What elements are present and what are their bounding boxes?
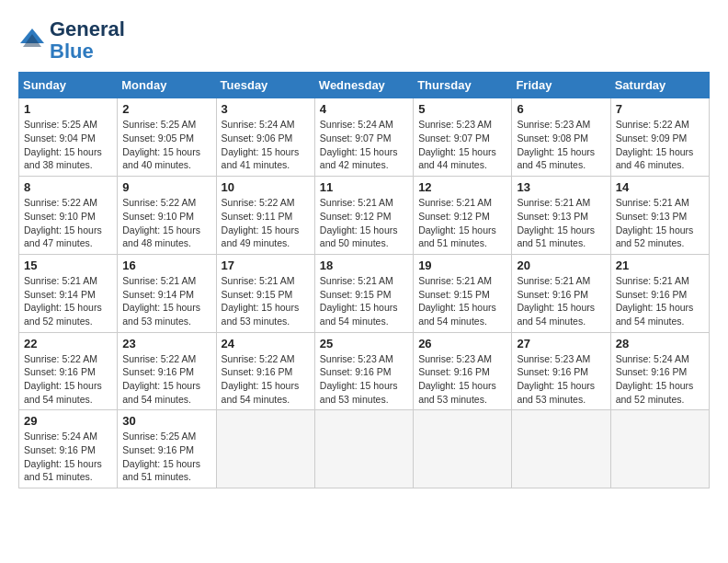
day-info: Sunrise: 5:24 AM Sunset: 9:16 PM Dayligh…: [24, 430, 112, 484]
day-number: 21: [616, 259, 704, 272]
calendar-day-cell: 29 Sunrise: 5:24 AM Sunset: 9:16 PM Dayl…: [19, 410, 118, 488]
day-info: Sunrise: 5:25 AM Sunset: 9:04 PM Dayligh…: [24, 118, 112, 172]
day-info: Sunrise: 5:23 AM Sunset: 9:16 PM Dayligh…: [418, 352, 506, 407]
day-number: 29: [24, 414, 112, 428]
day-info: Sunrise: 5:23 AM Sunset: 9:16 PM Dayligh…: [320, 352, 408, 407]
day-info: Sunrise: 5:21 AM Sunset: 9:15 PM Dayligh…: [222, 274, 310, 328]
day-number: 24: [222, 337, 310, 350]
calendar-day-cell: 14 Sunrise: 5:21 AM Sunset: 9:13 PM Dayl…: [610, 177, 709, 255]
day-number: 16: [122, 259, 210, 272]
day-info: Sunrise: 5:22 AM Sunset: 9:16 PM Dayligh…: [222, 352, 310, 407]
calendar-day-cell: 10 Sunrise: 5:22 AM Sunset: 9:11 PM Dayl…: [216, 177, 314, 255]
day-number: 6: [517, 102, 605, 116]
weekday-header-thursday: Thursday: [414, 73, 512, 98]
calendar-empty-cell: [216, 410, 314, 488]
day-info: Sunrise: 5:22 AM Sunset: 9:11 PM Dayligh…: [222, 196, 310, 250]
calendar-day-cell: 15 Sunrise: 5:21 AM Sunset: 9:14 PM Dayl…: [19, 254, 118, 332]
day-number: 25: [320, 337, 408, 350]
day-number: 26: [418, 337, 506, 350]
weekday-header-wednesday: Wednesday: [314, 73, 413, 98]
day-number: 3: [222, 102, 310, 116]
calendar-table: SundayMondayTuesdayWednesdayThursdayFrid…: [18, 72, 710, 488]
calendar-day-cell: 25 Sunrise: 5:23 AM Sunset: 9:16 PM Dayl…: [314, 332, 413, 410]
calendar-body: 1 Sunrise: 5:25 AM Sunset: 9:04 PM Dayli…: [19, 98, 710, 488]
logo: GeneralBlue: [18, 18, 125, 63]
calendar-day-cell: 2 Sunrise: 5:25 AM Sunset: 9:05 PM Dayli…: [118, 98, 216, 177]
day-info: Sunrise: 5:25 AM Sunset: 9:05 PM Dayligh…: [122, 118, 210, 172]
calendar-day-cell: 18 Sunrise: 5:21 AM Sunset: 9:15 PM Dayl…: [314, 254, 413, 332]
calendar-day-cell: 17 Sunrise: 5:21 AM Sunset: 9:15 PM Dayl…: [216, 254, 314, 332]
weekday-header-saturday: Saturday: [610, 73, 709, 98]
calendar-day-cell: 11 Sunrise: 5:21 AM Sunset: 9:12 PM Dayl…: [314, 177, 413, 255]
calendar-empty-cell: [314, 410, 413, 488]
day-number: 1: [24, 102, 112, 116]
day-number: 17: [222, 259, 310, 272]
calendar-week-row: 15 Sunrise: 5:21 AM Sunset: 9:14 PM Dayl…: [19, 254, 710, 332]
day-info: Sunrise: 5:21 AM Sunset: 9:12 PM Dayligh…: [418, 196, 506, 250]
weekday-header-sunday: Sunday: [19, 73, 118, 98]
day-number: 27: [517, 337, 605, 350]
day-info: Sunrise: 5:23 AM Sunset: 9:08 PM Dayligh…: [517, 118, 605, 172]
day-info: Sunrise: 5:21 AM Sunset: 9:13 PM Dayligh…: [517, 196, 605, 250]
calendar-week-row: 1 Sunrise: 5:25 AM Sunset: 9:04 PM Dayli…: [19, 98, 710, 177]
calendar-day-cell: 16 Sunrise: 5:21 AM Sunset: 9:14 PM Dayl…: [118, 254, 216, 332]
day-info: Sunrise: 5:21 AM Sunset: 9:14 PM Dayligh…: [122, 274, 210, 328]
page-header: GeneralBlue: [18, 18, 710, 63]
day-info: Sunrise: 5:21 AM Sunset: 9:12 PM Dayligh…: [320, 196, 408, 250]
calendar-day-cell: 23 Sunrise: 5:22 AM Sunset: 9:16 PM Dayl…: [118, 332, 216, 410]
calendar-day-cell: 30 Sunrise: 5:25 AM Sunset: 9:16 PM Dayl…: [118, 410, 216, 488]
calendar-day-cell: 5 Sunrise: 5:23 AM Sunset: 9:07 PM Dayli…: [414, 98, 512, 177]
calendar-day-cell: 19 Sunrise: 5:21 AM Sunset: 9:15 PM Dayl…: [414, 254, 512, 332]
day-number: 20: [517, 259, 605, 272]
calendar-day-cell: 9 Sunrise: 5:22 AM Sunset: 9:10 PM Dayli…: [118, 177, 216, 255]
day-info: Sunrise: 5:22 AM Sunset: 9:16 PM Dayligh…: [24, 352, 112, 407]
day-info: Sunrise: 5:21 AM Sunset: 9:13 PM Dayligh…: [616, 196, 704, 250]
day-number: 15: [24, 259, 112, 272]
day-info: Sunrise: 5:24 AM Sunset: 9:16 PM Dayligh…: [616, 352, 704, 407]
calendar-day-cell: 24 Sunrise: 5:22 AM Sunset: 9:16 PM Dayl…: [216, 332, 314, 410]
calendar-day-cell: 20 Sunrise: 5:21 AM Sunset: 9:16 PM Dayl…: [512, 254, 610, 332]
day-info: Sunrise: 5:22 AM Sunset: 9:10 PM Dayligh…: [24, 196, 112, 250]
day-number: 5: [418, 102, 506, 116]
day-number: 8: [24, 180, 112, 194]
day-info: Sunrise: 5:21 AM Sunset: 9:16 PM Dayligh…: [616, 274, 704, 328]
day-info: Sunrise: 5:22 AM Sunset: 9:09 PM Dayligh…: [616, 118, 704, 172]
day-info: Sunrise: 5:21 AM Sunset: 9:15 PM Dayligh…: [418, 274, 506, 328]
day-number: 13: [517, 180, 605, 194]
logo-text: GeneralBlue: [50, 18, 125, 63]
day-number: 12: [418, 180, 506, 194]
calendar-day-cell: 13 Sunrise: 5:21 AM Sunset: 9:13 PM Dayl…: [512, 177, 610, 255]
calendar-day-cell: 4 Sunrise: 5:24 AM Sunset: 9:07 PM Dayli…: [314, 98, 413, 177]
calendar-day-cell: 3 Sunrise: 5:24 AM Sunset: 9:06 PM Dayli…: [216, 98, 314, 177]
calendar-day-cell: 1 Sunrise: 5:25 AM Sunset: 9:04 PM Dayli…: [19, 98, 118, 177]
day-number: 2: [122, 102, 210, 116]
day-number: 10: [222, 180, 310, 194]
day-number: 19: [418, 259, 506, 272]
calendar-day-cell: 28 Sunrise: 5:24 AM Sunset: 9:16 PM Dayl…: [610, 332, 709, 410]
logo-icon: [18, 27, 46, 54]
day-number: 14: [616, 180, 704, 194]
calendar-day-cell: 7 Sunrise: 5:22 AM Sunset: 9:09 PM Dayli…: [610, 98, 709, 177]
day-number: 22: [24, 337, 112, 350]
day-number: 11: [320, 180, 408, 194]
calendar-day-cell: 8 Sunrise: 5:22 AM Sunset: 9:10 PM Dayli…: [19, 177, 118, 255]
weekday-header-monday: Monday: [118, 73, 216, 98]
calendar-empty-cell: [512, 410, 610, 488]
calendar-week-row: 8 Sunrise: 5:22 AM Sunset: 9:10 PM Dayli…: [19, 177, 710, 255]
calendar-day-cell: 26 Sunrise: 5:23 AM Sunset: 9:16 PM Dayl…: [414, 332, 512, 410]
weekday-header-friday: Friday: [512, 73, 610, 98]
day-info: Sunrise: 5:22 AM Sunset: 9:10 PM Dayligh…: [122, 196, 210, 250]
day-info: Sunrise: 5:25 AM Sunset: 9:16 PM Dayligh…: [122, 430, 210, 484]
day-number: 30: [122, 414, 210, 428]
calendar-day-cell: 27 Sunrise: 5:23 AM Sunset: 9:16 PM Dayl…: [512, 332, 610, 410]
day-info: Sunrise: 5:24 AM Sunset: 9:06 PM Dayligh…: [222, 118, 310, 172]
day-number: 7: [616, 102, 704, 116]
calendar-empty-cell: [610, 410, 709, 488]
day-number: 18: [320, 259, 408, 272]
day-info: Sunrise: 5:23 AM Sunset: 9:16 PM Dayligh…: [517, 352, 605, 407]
calendar-header-row: SundayMondayTuesdayWednesdayThursdayFrid…: [19, 73, 710, 98]
day-info: Sunrise: 5:21 AM Sunset: 9:15 PM Dayligh…: [320, 274, 408, 328]
day-number: 28: [616, 337, 704, 350]
calendar-week-row: 22 Sunrise: 5:22 AM Sunset: 9:16 PM Dayl…: [19, 332, 710, 410]
calendar-week-row: 29 Sunrise: 5:24 AM Sunset: 9:16 PM Dayl…: [19, 410, 710, 488]
